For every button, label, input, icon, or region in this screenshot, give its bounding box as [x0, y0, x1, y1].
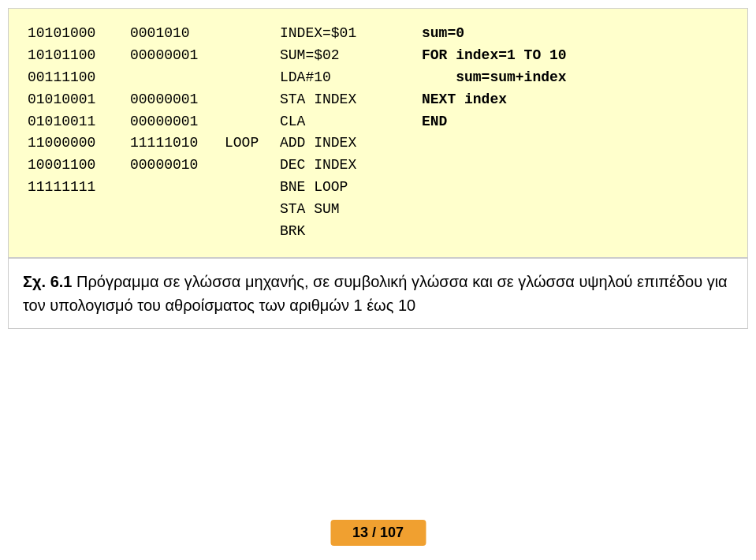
code-cell-r4-c3: CLA — [280, 111, 422, 133]
code-cell-r0-c4: sum=0 — [422, 23, 595, 45]
code-cell-r5-c2: LOOP — [225, 133, 280, 155]
caption-text: Σχ. 6.1 Πρόγραμμα σε γλώσσα μηχανής, σε … — [23, 273, 728, 314]
code-cell-r0-c0: 10101000 — [28, 23, 130, 45]
code-cell-r1-c1: 00000001 — [130, 45, 225, 67]
code-cell-r2-c1 — [130, 67, 225, 89]
code-cell-r8-c0 — [28, 199, 130, 221]
code-cell-r9-c3: BRK — [280, 221, 422, 243]
code-cell-r5-c1: 11111010 — [130, 133, 225, 155]
code-cell-r3-c4: NEXT index — [422, 89, 595, 111]
code-cell-r6-c2 — [225, 155, 280, 177]
code-cell-r1-c4: FOR index=1 TO 10 — [422, 45, 595, 67]
code-cell-r7-c3: BNE LOOP — [280, 177, 422, 199]
code-cell-r8-c1 — [130, 199, 225, 221]
code-cell-r8-c2 — [225, 199, 280, 221]
code-cell-r2-c0: 00111100 — [28, 67, 130, 89]
code-cell-r7-c1 — [130, 177, 225, 199]
code-cell-r0-c2 — [225, 23, 280, 45]
code-cell-r3-c0: 01010001 — [28, 89, 130, 111]
code-cell-r3-c1: 00000001 — [130, 89, 225, 111]
code-cell-r6-c0: 10001100 — [28, 155, 130, 177]
code-cell-r3-c2 — [225, 89, 280, 111]
code-cell-r1-c3: SUM=$02 — [280, 45, 422, 67]
code-cell-r8-c3: STA SUM — [280, 199, 422, 221]
code-grid: 101010000001010INDEX=$01sum=010101100000… — [28, 23, 728, 243]
code-cell-r1-c2 — [225, 45, 280, 67]
caption-area: Σχ. 6.1 Πρόγραμμα σε γλώσσα μηχανής, σε … — [8, 258, 748, 329]
code-cell-r9-c4 — [422, 221, 595, 243]
code-cell-r6-c3: DEC INDEX — [280, 155, 422, 177]
code-cell-r9-c2 — [225, 221, 280, 243]
code-cell-r3-c3: STA INDEX — [280, 89, 422, 111]
code-cell-r1-c0: 10101100 — [28, 45, 130, 67]
code-cell-r9-c1 — [130, 221, 225, 243]
code-cell-r2-c4: sum=sum+index — [422, 67, 595, 89]
code-cell-r0-c1: 0001010 — [130, 23, 225, 45]
main-container: 101010000001010INDEX=$01sum=010101100000… — [0, 0, 756, 560]
code-cell-r8-c4 — [422, 199, 595, 221]
code-cell-r0-c3: INDEX=$01 — [280, 23, 422, 45]
page-number-area: 13 / 107 — [330, 520, 426, 546]
page-number: 13 / 107 — [352, 525, 404, 540]
code-cell-r4-c1: 00000001 — [130, 111, 225, 133]
code-cell-r7-c2 — [225, 177, 280, 199]
code-cell-r5-c4 — [422, 133, 595, 155]
code-table-area: 101010000001010INDEX=$01sum=010101100000… — [8, 8, 748, 258]
code-cell-r4-c2 — [225, 111, 280, 133]
code-cell-r6-c1: 00000010 — [130, 155, 225, 177]
code-cell-r4-c0: 01010011 — [28, 111, 130, 133]
code-cell-r5-c0: 11000000 — [28, 133, 130, 155]
code-cell-r2-c3: LDA#10 — [280, 67, 422, 89]
code-cell-r5-c3: ADD INDEX — [280, 133, 422, 155]
code-cell-r4-c4: END — [422, 111, 595, 133]
code-cell-r2-c2 — [225, 67, 280, 89]
code-cell-r7-c4 — [422, 177, 595, 199]
code-cell-r7-c0: 11111111 — [28, 177, 130, 199]
code-cell-r9-c0 — [28, 221, 130, 243]
code-cell-r6-c4 — [422, 155, 595, 177]
